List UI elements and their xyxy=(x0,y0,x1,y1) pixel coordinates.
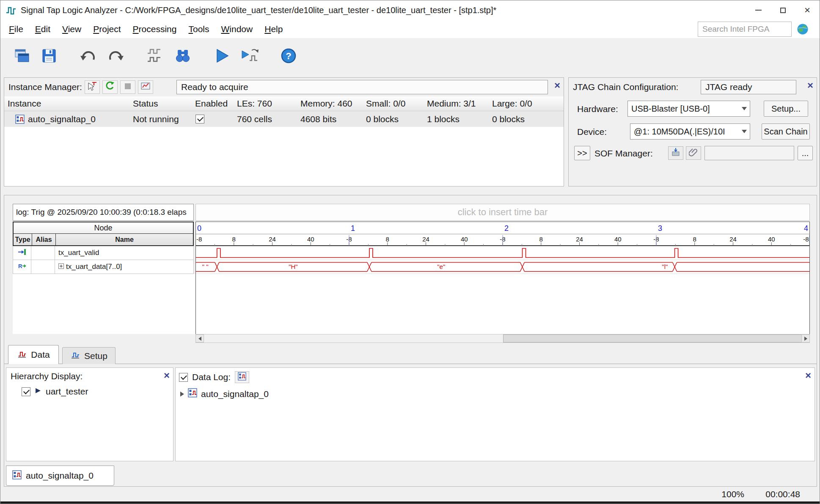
data-log-capture-button[interactable] xyxy=(235,371,249,383)
scroll-right-button[interactable] xyxy=(801,334,810,342)
stop-button[interactable] xyxy=(120,80,135,94)
signal-row-tx-uart-data[interactable]: R tx_uart_data[7..0] " ""H""e""l" xyxy=(13,260,810,274)
window-bottom-edge xyxy=(0,501,820,504)
column-header-name[interactable]: Name xyxy=(56,234,193,245)
tree-expand-icon[interactable] xyxy=(180,392,184,397)
column-header-les-760[interactable]: LEs: 760 xyxy=(234,96,297,111)
scan-chain-button[interactable]: Scan Chain xyxy=(762,123,810,140)
signal-name[interactable]: tx_uart_valid xyxy=(55,246,194,260)
table-row[interactable]: auto_signaltap_0 Not running 760 cells 4… xyxy=(4,111,564,127)
scroll-left-button[interactable] xyxy=(195,334,204,342)
find-button[interactable] xyxy=(172,46,193,68)
program-device-button[interactable] xyxy=(668,146,683,160)
instance-tab-label: auto_signaltap_0 xyxy=(26,471,94,481)
maximize-button[interactable] xyxy=(770,0,795,20)
sof-file-field[interactable] xyxy=(704,146,794,160)
jtag-close-icon[interactable]: × xyxy=(807,80,813,90)
column-header-large-0-0[interactable]: Large: 0/0 xyxy=(489,96,564,111)
data-log-close-icon[interactable]: × xyxy=(805,370,811,381)
view-tab-bar: Data Setup xyxy=(4,345,817,364)
svg-text:1: 1 xyxy=(351,224,355,233)
list-item[interactable]: auto_signaltap_0 xyxy=(180,388,269,400)
expand-plus-icon[interactable] xyxy=(58,263,64,271)
list-item[interactable]: uart_tester xyxy=(22,386,88,397)
autorun-analysis-button[interactable] xyxy=(239,46,260,68)
column-header-enabled[interactable]: Enabled xyxy=(192,96,234,111)
menu-edit[interactable]: Edit xyxy=(29,22,56,36)
svg-text:R: R xyxy=(18,263,22,269)
column-header-small-0-0[interactable]: Small: 0/0 xyxy=(363,96,424,111)
setup-button[interactable]: Setup... xyxy=(764,101,808,117)
export-button[interactable] xyxy=(138,80,153,94)
binoculars-icon xyxy=(174,47,191,66)
instance-table-header: InstanceStatusEnabledLEs: 760Memory: 460… xyxy=(4,96,564,111)
data-tab-icon xyxy=(17,349,27,361)
signal-row-tx-uart-valid[interactable]: tx_uart_valid xyxy=(13,246,810,260)
elapsed-time: 00:00:48 xyxy=(765,489,800,499)
waveform-tx-uart-valid[interactable] xyxy=(195,246,810,260)
column-header-instance[interactable]: Instance xyxy=(4,96,129,111)
rerun-button[interactable] xyxy=(102,80,118,94)
menu-window[interactable]: Window xyxy=(215,22,259,36)
menu-accel-letter: E xyxy=(35,24,41,34)
menu-label-rest: ools xyxy=(193,24,209,34)
hierarchy-title: Hierarchy Display: xyxy=(11,371,83,381)
minimize-button[interactable] xyxy=(746,0,770,20)
menu-processing[interactable]: Processing xyxy=(127,22,183,36)
column-header-type[interactable]: Type xyxy=(14,234,32,245)
expand-button[interactable]: >> xyxy=(574,146,590,160)
title-bar: Signal Tap Logic Analyzer - C:/Work/FPGA… xyxy=(0,0,820,20)
close-button[interactable]: × xyxy=(795,0,820,20)
horizontal-scrollbar[interactable] xyxy=(195,334,810,343)
signal-name[interactable]: tx_uart_data[7..0] xyxy=(55,260,194,274)
browse-sof-button[interactable]: ... xyxy=(798,146,813,160)
stop-icon xyxy=(123,81,133,93)
arrow-left-icon xyxy=(198,337,201,341)
column-header-alias[interactable]: Alias xyxy=(32,234,56,245)
column-header-medium-3-1[interactable]: Medium: 3/1 xyxy=(424,96,489,111)
alias-cell[interactable] xyxy=(31,246,55,260)
search-input[interactable] xyxy=(698,22,792,37)
menu-help[interactable]: Help xyxy=(259,22,289,36)
menu-label-rest: ile xyxy=(14,24,23,34)
save-icon xyxy=(41,47,58,66)
timebar-hint[interactable]: click to insert time bar xyxy=(195,204,810,221)
scrollbar-thumb[interactable] xyxy=(503,334,802,342)
jtag-title: JTAG Chain Configuration: xyxy=(573,82,678,92)
tab-data[interactable]: Data xyxy=(8,345,59,364)
instance-manager-close-icon[interactable]: × xyxy=(554,80,560,90)
menu-project[interactable]: Project xyxy=(87,22,127,36)
hardware-select[interactable]: USB-Blaster [USB-0] xyxy=(627,101,750,117)
hierarchy-close-icon[interactable]: × xyxy=(164,370,170,381)
attach-sof-button[interactable] xyxy=(686,146,701,160)
tap-run-button[interactable] xyxy=(85,80,100,94)
data-log-checkbox[interactable] xyxy=(179,373,188,382)
timeline-left-border xyxy=(195,222,196,334)
column-header-status[interactable]: Status xyxy=(129,96,192,111)
signal-name-label: tx_uart_data[7..0] xyxy=(66,263,122,271)
menu-file[interactable]: File xyxy=(3,22,29,36)
help-button[interactable]: ? xyxy=(278,46,299,68)
time-ruler[interactable]: -882440-882440-882440-882440-801234 xyxy=(195,222,810,246)
tab-setup[interactable]: Setup xyxy=(62,347,116,364)
column-header-memory-460[interactable]: Memory: 460 xyxy=(297,96,363,111)
svg-text:"H": "H" xyxy=(289,263,297,270)
new-file-button[interactable] xyxy=(11,46,32,68)
run-analysis-button[interactable] xyxy=(211,46,232,68)
globe-icon[interactable] xyxy=(797,23,809,35)
enabled-checkbox[interactable] xyxy=(195,115,204,123)
node-header: Node Type Alias Name xyxy=(13,222,194,246)
alias-cell[interactable] xyxy=(31,260,55,274)
signal-compare-button[interactable] xyxy=(144,46,165,68)
save-button[interactable] xyxy=(39,46,60,68)
menu-view[interactable]: View xyxy=(56,22,87,36)
hierarchy-item-checkbox[interactable] xyxy=(22,387,30,396)
redo-button[interactable] xyxy=(105,46,127,68)
undo-button[interactable] xyxy=(77,46,99,68)
menu-tools[interactable]: Tools xyxy=(182,22,215,36)
instance-tab[interactable]: auto_signaltap_0 xyxy=(6,466,114,486)
device-select[interactable]: @1: 10M50DA(.|ES)/10I xyxy=(630,123,750,140)
svg-text:" ": " " xyxy=(202,263,209,270)
waveform-tx-uart-data[interactable]: " ""H""e""l" xyxy=(195,260,810,274)
close-icon: × xyxy=(804,5,810,15)
